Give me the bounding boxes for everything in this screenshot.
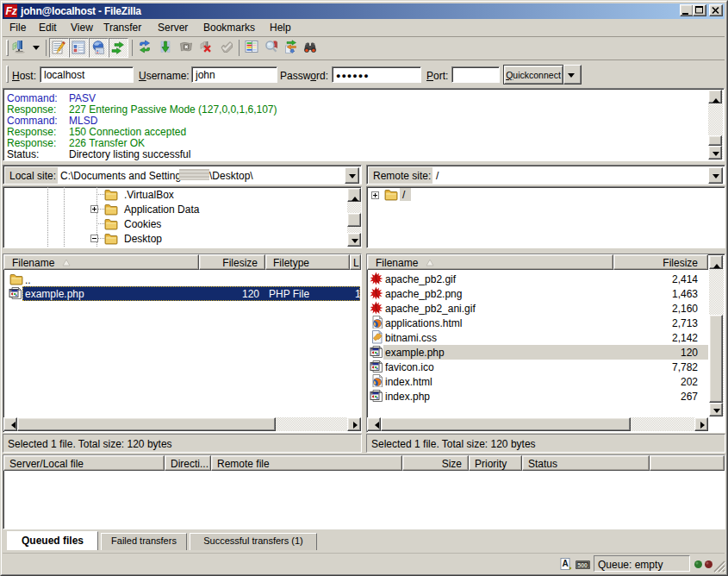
svg-text:Fz: Fz xyxy=(6,5,17,17)
svg-text:500: 500 xyxy=(577,562,588,568)
svg-text:A: A xyxy=(563,559,569,568)
